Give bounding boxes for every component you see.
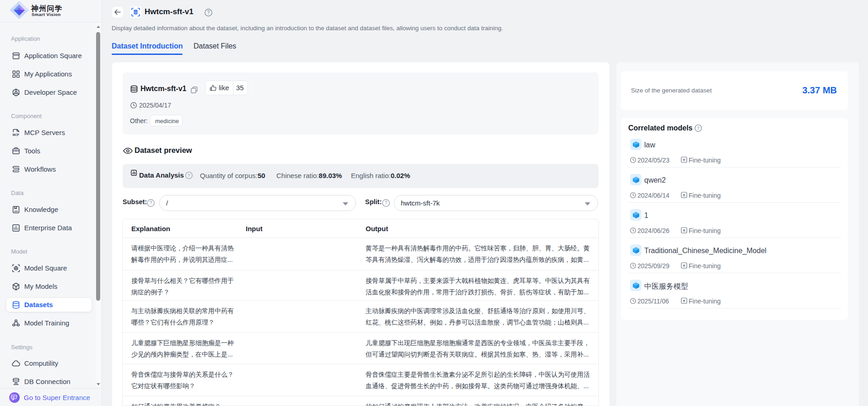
svg-text:?: ? — [150, 200, 152, 206]
svg-text:?: ? — [188, 173, 190, 178]
svg-text:?: ? — [207, 10, 210, 15]
svg-text:?: ? — [385, 200, 388, 206]
svg-text:?: ? — [697, 125, 699, 130]
svg-text:MCP: MCP — [13, 133, 20, 136]
